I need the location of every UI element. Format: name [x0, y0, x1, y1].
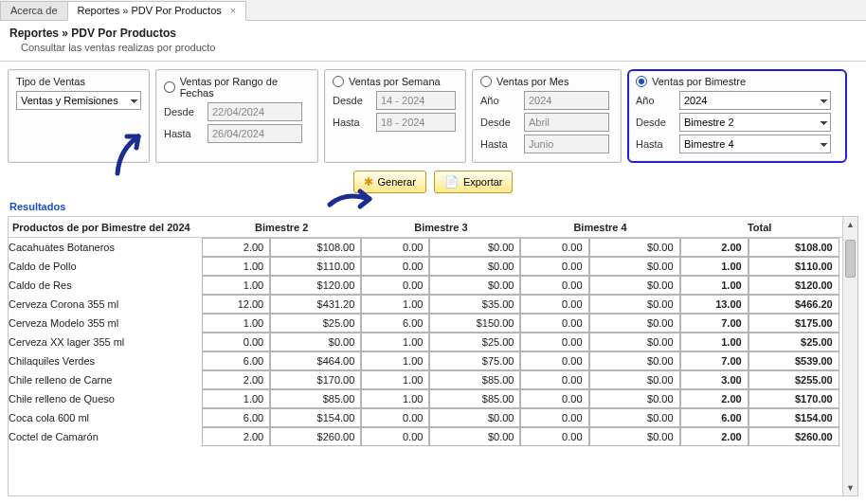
bimestre-desde-label: Desde	[636, 117, 674, 128]
qty-cell	[361, 389, 429, 408]
scroll-up-icon[interactable]: ▲	[843, 217, 857, 232]
total-qty-cell	[680, 295, 749, 314]
amount-cell	[589, 370, 680, 389]
qty-cell	[202, 370, 270, 389]
qty-cell	[202, 333, 270, 351]
amount-cell	[429, 408, 520, 427]
product-name: Cerveza Corona 355 ml	[9, 295, 202, 314]
semana-hasta-input[interactable]	[376, 113, 456, 132]
radio-semana[interactable]: Ventas por Semana	[333, 76, 458, 87]
generar-label: Generar	[378, 176, 416, 188]
qty-cell	[361, 427, 429, 446]
product-name: Caldo de Res	[9, 276, 202, 295]
star-icon: ✱	[364, 175, 373, 189]
mes-ano-input[interactable]	[524, 91, 609, 110]
col-header-period-2: Bimestre 3	[361, 217, 520, 238]
qty-cell	[202, 351, 270, 370]
total-amount-cell	[749, 408, 839, 427]
scroll-down-icon[interactable]: ▼	[843, 480, 857, 495]
radio-bimestre[interactable]: Ventas por Bimestre	[636, 76, 839, 87]
amount-cell	[429, 389, 520, 408]
tab-acerca-de[interactable]: Acerca de	[0, 1, 68, 20]
page-header: Reportes » PDV Por Productos Consultar l…	[0, 21, 866, 62]
amount-cell	[589, 427, 680, 446]
amount-cell	[429, 276, 520, 295]
panel-tipo-ventas: Tipo de Ventas	[8, 69, 150, 163]
amount-cell	[270, 257, 361, 276]
amount-cell	[270, 333, 361, 351]
radio-rango-fechas[interactable]: Ventas por Rango de Fechas	[164, 76, 310, 99]
amount-cell	[429, 370, 520, 389]
amount-cell	[270, 408, 361, 427]
product-name: Cerveza XX lager 355 ml	[9, 333, 202, 351]
table-row: Caldo de Pollo	[9, 257, 857, 276]
rango-desde-label: Desde	[164, 106, 202, 117]
table-row: Chile relleno de Queso	[9, 389, 857, 408]
tipo-ventas-combo[interactable]	[16, 91, 141, 110]
qty-cell	[202, 389, 270, 408]
qty-cell	[361, 408, 429, 427]
qty-cell	[520, 370, 588, 389]
qty-cell	[361, 370, 429, 389]
total-qty-cell	[680, 370, 749, 389]
qty-cell	[520, 314, 588, 333]
qty-cell	[202, 427, 270, 446]
generar-button[interactable]: ✱ Generar	[353, 171, 426, 193]
qty-cell	[520, 333, 588, 351]
panel-mes: Ventas por Mes Año Desde Hasta	[472, 69, 622, 163]
close-icon[interactable]: ×	[230, 5, 236, 16]
amount-cell	[589, 333, 680, 351]
qty-cell	[361, 314, 429, 333]
qty-cell	[520, 351, 588, 370]
qty-cell	[361, 257, 429, 276]
bimestre-hasta-label: Hasta	[636, 138, 674, 150]
semana-desde-input[interactable]	[376, 91, 456, 110]
amount-cell	[429, 314, 520, 333]
results-table-container: Productos de por Bimestre del 2024 Bimes…	[8, 216, 858, 496]
amount-cell	[589, 351, 680, 370]
total-amount-cell	[749, 295, 839, 314]
bimestre-ano-input[interactable]	[679, 91, 831, 110]
exportar-button[interactable]: 📄 Exportar	[434, 171, 514, 193]
qty-cell	[202, 257, 270, 276]
table-row: Coctel de Camarón	[9, 427, 857, 446]
col-header-total: Total	[680, 217, 839, 238]
qty-cell	[520, 408, 588, 427]
export-icon: 📄	[444, 175, 459, 189]
total-amount-cell	[749, 370, 839, 389]
tab-reportes-pdv[interactable]: Reportes » PDV Por Productos ×	[67, 1, 247, 21]
rango-desde-input[interactable]	[207, 102, 302, 121]
total-qty-cell	[680, 276, 749, 295]
mes-hasta-input[interactable]	[524, 135, 609, 153]
amount-cell	[270, 370, 361, 389]
amount-cell	[270, 238, 361, 257]
mes-desde-label: Desde	[480, 117, 518, 128]
rango-hasta-input[interactable]	[207, 124, 302, 143]
tab-label: Acerca de	[10, 5, 58, 16]
amount-cell	[429, 351, 520, 370]
table-row: Chilaquiles Verdes	[9, 351, 857, 370]
qty-cell	[520, 238, 588, 257]
mes-desde-input[interactable]	[524, 113, 609, 132]
bimestre-hasta-input[interactable]	[679, 135, 831, 153]
total-qty-cell	[680, 333, 749, 351]
qty-cell	[202, 295, 270, 314]
amount-cell	[589, 408, 680, 427]
amount-cell	[429, 333, 520, 351]
amount-cell	[270, 351, 361, 370]
total-qty-cell	[680, 389, 749, 408]
table-row: Cerveza Modelo 355 ml	[9, 314, 857, 333]
product-name: Chile relleno de Queso	[9, 389, 202, 408]
amount-cell	[429, 238, 520, 257]
vertical-scrollbar[interactable]: ▲ ▼	[842, 217, 857, 495]
total-qty-cell	[680, 427, 749, 446]
qty-cell	[361, 238, 429, 257]
qty-cell	[361, 351, 429, 370]
bimestre-desde-input[interactable]	[679, 113, 831, 132]
scroll-thumb[interactable]	[845, 240, 856, 278]
amount-cell	[429, 427, 520, 446]
amount-cell	[589, 276, 680, 295]
semana-desde-label: Desde	[333, 95, 370, 106]
radio-mes[interactable]: Ventas por Mes	[480, 76, 613, 87]
semana-hasta-label: Hasta	[333, 117, 370, 128]
